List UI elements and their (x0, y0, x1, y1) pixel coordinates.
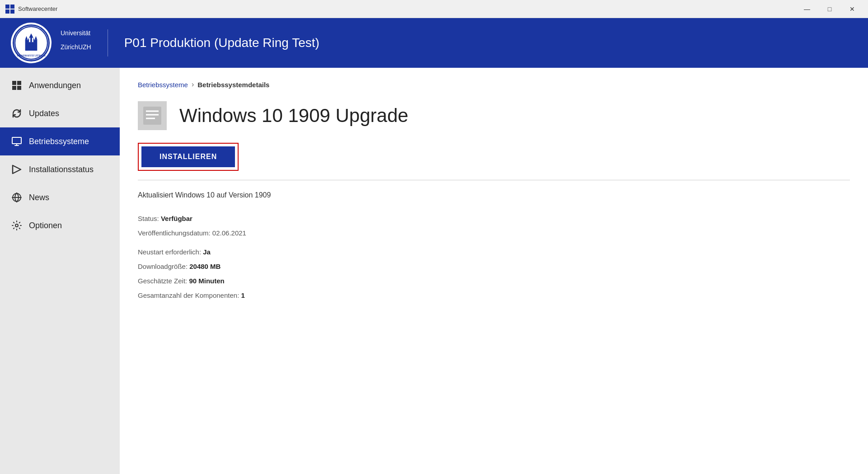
svg-point-23 (15, 224, 18, 227)
breadcrumb-current: Betriebssystemdetails (197, 81, 269, 89)
svg-text:UNIVERSITÄT ZÜRICH: UNIVERSITÄT ZÜRICH (17, 54, 46, 57)
university-name: Universität ZürichUZH (61, 29, 91, 57)
restart-label: Neustart erforderlich: (138, 248, 201, 256)
svg-rect-15 (17, 81, 21, 85)
estimated-time-value: 90 Minuten (189, 277, 224, 285)
estimated-time-row: Geschätzte Zeit: 90 Minuten (138, 274, 850, 288)
app-title: Softwarecenter (18, 5, 57, 12)
breadcrumb: Betriebssysteme › Betriebssystemdetails (138, 80, 850, 89)
sidebar-item-installationsstatus[interactable]: Installationsstatus (0, 155, 120, 183)
detail-title: Windows 10 1909 Upgrade (179, 105, 408, 127)
svg-rect-9 (25, 39, 28, 51)
svg-rect-14 (12, 81, 16, 85)
extra-meta: Neustart erforderlich: Ja Downloadgröße:… (138, 245, 850, 302)
titlebar-left: Softwarecenter (5, 5, 57, 14)
sidebar-item-optionen[interactable]: Optionen (0, 211, 120, 239)
meta-section: Status: Verfügbar Veröffentlichungsdatum… (138, 212, 850, 302)
components-row: Gesamtanzahl der Komponenten: 1 (138, 289, 850, 302)
status-value: Verfügbar (161, 215, 192, 222)
titlebar-controls: — □ ✕ (797, 2, 863, 16)
description-text: Aktualisiert Windows 10 auf Version 1909 (138, 191, 850, 199)
flag-icon (11, 164, 23, 175)
download-size-label: Downloadgröße: (138, 263, 188, 270)
svg-rect-17 (17, 86, 21, 90)
status-label: Status: (138, 215, 159, 222)
logo-circle: UNIVERSITÄT ZÜRICH (13, 24, 50, 61)
section-divider (138, 180, 850, 180)
components-value: 1 (241, 291, 244, 299)
sidebar-label-news: News (29, 193, 49, 202)
gear-icon (11, 220, 23, 231)
sidebar-item-anwendungen[interactable]: Anwendungen (0, 71, 120, 99)
main-layout: Anwendungen Updates Betriebssysteme Inst… (0, 68, 868, 474)
close-button[interactable]: ✕ (842, 2, 863, 16)
grid-icon (11, 80, 23, 91)
content-area: Betriebssysteme › Betriebssystemdetails … (120, 68, 868, 474)
install-button[interactable]: INSTALLIEREN (141, 146, 235, 167)
titlebar: Softwarecenter — □ ✕ (0, 0, 868, 18)
sidebar-item-updates[interactable]: Updates (0, 99, 120, 127)
svg-rect-24 (143, 107, 161, 125)
header-divider (108, 29, 108, 56)
svg-rect-2 (5, 9, 9, 14)
svg-rect-1 (10, 5, 14, 9)
estimated-time-label: Geschätzte Zeit: (138, 277, 187, 285)
svg-rect-0 (5, 5, 9, 9)
maximize-button[interactable]: □ (819, 2, 840, 16)
sidebar: Anwendungen Updates Betriebssysteme Inst… (0, 68, 120, 474)
release-date-label: Veröffentlichungsdatum: (138, 229, 211, 237)
svg-rect-3 (10, 9, 14, 14)
globe-icon (11, 192, 23, 203)
breadcrumb-parent[interactable]: Betriebssysteme (138, 81, 188, 89)
svg-marker-11 (25, 36, 28, 40)
release-date-row: Veröffentlichungsdatum: 02.06.2021 (138, 226, 850, 240)
app-icon (5, 5, 14, 14)
monitor-icon (11, 136, 23, 147)
sidebar-label-updates: Updates (29, 109, 59, 118)
svg-marker-21 (13, 165, 21, 174)
svg-rect-18 (12, 137, 21, 144)
svg-rect-7 (29, 38, 30, 42)
install-button-wrapper: INSTALLIEREN (138, 143, 850, 171)
status-row: Status: Verfügbar (138, 212, 850, 225)
refresh-icon (11, 108, 23, 119)
sidebar-label-optionen: Optionen (29, 221, 62, 230)
download-size-value: 20480 MB (189, 263, 221, 270)
restart-value: Ja (203, 248, 211, 256)
minimize-button[interactable]: — (797, 2, 817, 16)
svg-rect-10 (35, 39, 38, 51)
detail-header: Windows 10 1909 Upgrade (138, 101, 850, 130)
sidebar-label-betriebssysteme: Betriebssysteme (29, 137, 89, 146)
sidebar-item-betriebssysteme[interactable]: Betriebssysteme (0, 127, 120, 155)
components-label: Gesamtanzahl der Komponenten: (138, 291, 239, 299)
download-size-row: Downloadgröße: 20480 MB (138, 260, 850, 273)
svg-marker-6 (27, 33, 36, 42)
sidebar-label-installationsstatus: Installationsstatus (29, 165, 94, 174)
breadcrumb-separator: › (192, 80, 194, 89)
release-date-value: 02.06.2021 (212, 229, 246, 237)
svg-rect-8 (32, 38, 33, 42)
sidebar-label-anwendungen: Anwendungen (29, 81, 81, 90)
university-logo: UNIVERSITÄT ZÜRICH (11, 23, 52, 63)
svg-rect-16 (12, 86, 16, 90)
app-header: UNIVERSITÄT ZÜRICH Universität ZürichUZH… (0, 18, 868, 68)
svg-marker-12 (35, 36, 38, 40)
header-profile-title: P01 Produktion (Update Ring Test) (124, 36, 319, 50)
detail-icon (138, 101, 167, 130)
sidebar-item-news[interactable]: News (0, 183, 120, 211)
restart-row: Neustart erforderlich: Ja (138, 245, 850, 259)
